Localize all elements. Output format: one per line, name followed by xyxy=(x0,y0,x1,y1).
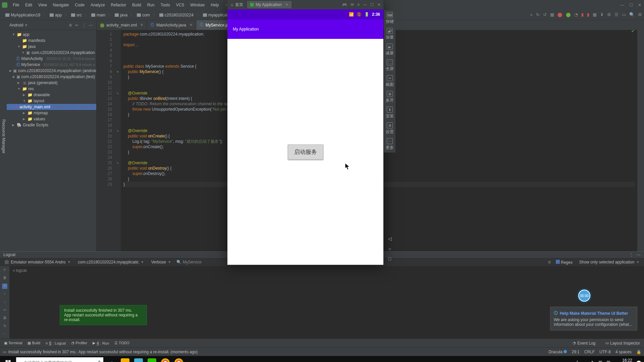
app2-icon[interactable] xyxy=(133,357,144,362)
attach-icon[interactable]: ▮ xyxy=(587,12,589,17)
tray-net-icon[interactable]: 🖧 xyxy=(590,360,594,362)
level-dropdown[interactable]: Verbose▼ xyxy=(149,259,173,265)
editor-tab[interactable]: ⒸMainActivity.java✕ xyxy=(147,20,196,30)
project-tree[interactable]: ▼📁app📁manifests▼📁java▼▣com.c201801020224… xyxy=(7,30,96,129)
bottom-tab[interactable]: ▣ Terminal xyxy=(1,340,25,346)
menu-file[interactable]: File xyxy=(10,1,22,9)
clear-filter-icon[interactable]: ⊘ xyxy=(548,260,551,264)
close-button[interactable]: ✕ xyxy=(637,3,642,7)
layout-inspector-tab[interactable]: ▭ Layout Inspector xyxy=(603,340,643,346)
close-tab-icon[interactable]: ✕ xyxy=(140,23,143,27)
minimize-button[interactable]: — xyxy=(620,3,625,7)
gradle-icon[interactable]: ⚙ xyxy=(607,12,611,17)
scroll-icon[interactable]: ⬇ xyxy=(2,284,7,289)
home-nav-icon[interactable]: ○ xyxy=(388,246,391,251)
breadcrumb-item[interactable]: c201801020224 xyxy=(157,12,196,18)
emulator-app-tab[interactable]: My Application✕ xyxy=(247,1,292,8)
debug-icon[interactable]: ⬤ xyxy=(566,12,571,17)
bottom-tab[interactable]: ▦ Build xyxy=(25,340,43,346)
tree-item[interactable]: 📁manifests xyxy=(7,38,96,44)
device-screen[interactable]: 📶 📵 🔋 2:36 My Application 启动服务 xyxy=(227,9,383,265)
editor-tab[interactable]: ⬤activity_main.xml✕ xyxy=(97,20,147,30)
sync-icon[interactable]: ↺ xyxy=(543,12,547,17)
emulator-home-tab[interactable]: ⌂首页 xyxy=(227,1,247,9)
clock[interactable]: 16:22 2020/8/10 xyxy=(614,358,632,362)
menu-edit[interactable]: Edit xyxy=(22,1,35,9)
logcat-output[interactable]: ≡ logcat Install successfully finished i… xyxy=(9,266,644,339)
tray-up-icon[interactable]: ˄ xyxy=(576,360,578,362)
caret-position[interactable]: 29:1 xyxy=(572,350,579,354)
breadcrumb-item[interactable]: java xyxy=(113,12,129,18)
encoding[interactable]: UTF-8 xyxy=(599,350,611,354)
event-log-tab[interactable]: ◔ Event Log xyxy=(570,340,598,346)
tree-item[interactable]: ▼📁java xyxy=(7,44,96,50)
tree-item[interactable]: ▶▣com.c201801020224.myapplication (andro… xyxy=(7,68,96,74)
recording-timer[interactable]: 00:00 xyxy=(578,290,590,302)
close-tab-icon[interactable]: ✕ xyxy=(285,2,288,7)
menu-icon[interactable]: ≡ xyxy=(357,2,360,7)
settings-icon[interactable]: ⚙ xyxy=(638,12,642,17)
wrap-icon[interactable]: ↩ xyxy=(2,308,7,313)
menu-build[interactable]: Build xyxy=(129,1,144,9)
line-ending[interactable]: CRLF xyxy=(584,350,595,354)
print-icon[interactable]: 🖶 xyxy=(2,316,7,321)
emu-side-item[interactable]: ⊞多开 xyxy=(386,91,394,103)
tree-item[interactable]: ▶📁values xyxy=(7,116,96,122)
menu-window[interactable]: Window xyxy=(187,1,207,9)
chrome-icon[interactable] xyxy=(160,357,171,362)
bottom-tab[interactable]: ≡ 6: Logcat xyxy=(43,340,68,346)
run-icon[interactable]: ▮ xyxy=(581,12,584,17)
cortana-icon[interactable]: ◎ xyxy=(106,357,117,362)
back-nav-icon[interactable]: ◁ xyxy=(388,236,392,241)
bottom-tab[interactable]: ▶ 4: Run xyxy=(90,340,112,346)
menu-view[interactable]: View xyxy=(36,1,50,9)
device-dropdown[interactable]: Emulator emulator-5554 Andro▼ xyxy=(3,259,72,265)
gamepad-icon[interactable]: 🎮 xyxy=(342,2,347,7)
menu-help[interactable]: Help xyxy=(208,1,222,9)
clear-icon[interactable]: 🗑 xyxy=(2,276,7,281)
sdk-icon[interactable]: ⬇ xyxy=(600,12,604,17)
emulator-icon[interactable]: ▭ xyxy=(622,12,626,17)
android-view-label[interactable]: Android xyxy=(9,23,23,27)
process-dropdown[interactable]: com.c201801020224.myapplicatic▼ xyxy=(76,259,146,265)
emu-side-item[interactable]: ⌨按键 xyxy=(386,12,394,24)
emu-maximize-icon[interactable]: ☐ xyxy=(370,2,374,7)
reimport-icon[interactable]: ↻ xyxy=(536,12,540,17)
start-service-button[interactable]: 启动服务 xyxy=(288,144,323,160)
menu-run[interactable]: Run xyxy=(145,1,157,9)
logcat-hide-icon[interactable]: — xyxy=(637,252,641,257)
emu-side-item[interactable]: ⚙设置 xyxy=(386,122,394,135)
tree-item[interactable]: ▶▣java (generated) xyxy=(7,80,96,86)
settings-icon[interactable]: ⋮ xyxy=(82,23,87,27)
breadcrumb-item[interactable]: com xyxy=(135,12,152,18)
logcat-search[interactable]: 🔍MyService xyxy=(176,260,202,264)
back-icon[interactable]: « xyxy=(530,12,533,17)
menu-refactor[interactable]: Refactor xyxy=(108,1,129,9)
theme-indicator[interactable]: Dracula xyxy=(549,350,567,354)
notifications-icon[interactable]: 💬 xyxy=(636,360,641,362)
maximize-button[interactable]: ☐ xyxy=(629,3,633,7)
logcat-tab-icon[interactable]: ≡ xyxy=(2,267,7,273)
bottom-tab[interactable]: ◔ Profiler xyxy=(68,340,90,346)
emu-side-item[interactable]: 🔊加量 xyxy=(386,28,394,40)
bottom-tab[interactable]: ☰ TODO xyxy=(112,340,132,346)
emu-side-item[interactable]: ⋯更多 xyxy=(386,138,394,150)
stop-icon[interactable]: ⬤ xyxy=(557,12,562,17)
start-button[interactable] xyxy=(0,356,16,362)
emu-side-item[interactable]: 🔉减量 xyxy=(386,44,394,56)
search-icon[interactable]: 🔍 xyxy=(629,12,635,17)
ime-indicator[interactable]: 英 xyxy=(598,360,602,362)
build-icon[interactable]: ▦ xyxy=(550,12,554,17)
menu-tools[interactable]: Tools xyxy=(158,1,173,9)
menu-analyze[interactable]: Analyze xyxy=(88,1,108,9)
tray-cloud-icon[interactable]: ☁ xyxy=(582,360,586,362)
profile-icon[interactable]: ◔ xyxy=(574,12,578,17)
chrome2-icon[interactable] xyxy=(173,357,184,362)
breadcrumb-item[interactable]: MyApplication18 xyxy=(3,12,42,18)
tree-item[interactable]: ▼📁layout xyxy=(7,98,96,104)
emu-close-icon[interactable]: ✕ xyxy=(377,2,381,7)
hide-icon[interactable]: — xyxy=(89,23,94,27)
tree-item[interactable]: <>activity_main.xml2020/8/10 16:17, 839 … xyxy=(7,104,96,110)
logcat-gear-icon[interactable]: ⋮ xyxy=(629,252,633,257)
emu-minimize-icon[interactable]: — xyxy=(363,2,367,7)
